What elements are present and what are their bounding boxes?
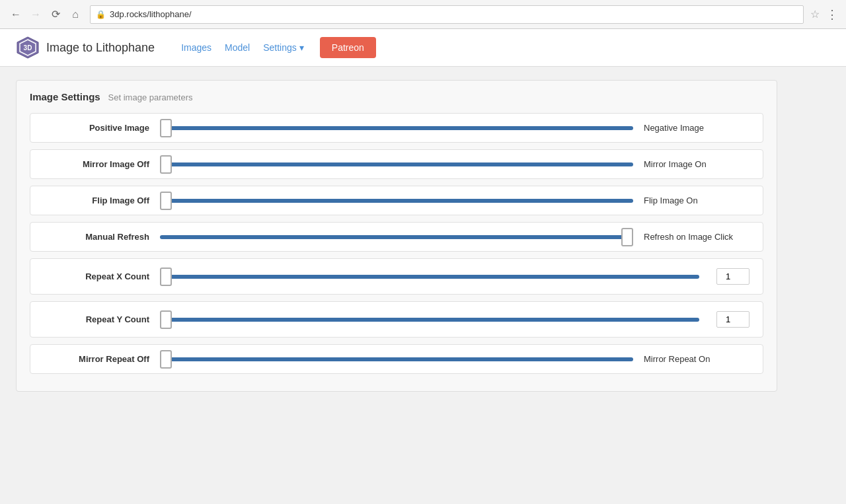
slider-label-left-mirror-repeat: Mirror Repeat Off <box>44 354 149 364</box>
address-bar[interactable]: 🔒 3dp.rocks/lithophane/ <box>90 5 804 24</box>
slider-row-repeat-x: Repeat X Count <box>30 258 763 295</box>
model-nav[interactable]: Model <box>225 42 250 53</box>
logo-area: 3D Image to Lithophane <box>16 36 155 59</box>
number-input-repeat-y[interactable] <box>716 311 750 328</box>
sliders-container: Positive ImageNegative ImageMirror Image… <box>30 113 763 374</box>
reload-button[interactable]: ⟳ <box>48 7 63 22</box>
logo-icon: 3D <box>16 36 40 59</box>
lock-icon: 🔒 <box>96 10 106 19</box>
slider-input-positive-negative[interactable] <box>160 126 633 130</box>
forward-button[interactable]: → <box>28 7 44 22</box>
slider-label-left-mirror-image: Mirror Image Off <box>44 159 149 169</box>
section-subtitle: Set image parameters <box>108 92 193 102</box>
slider-label-left-flip-image: Flip Image Off <box>44 196 149 205</box>
settings-dropdown-icon: ▾ <box>299 42 304 53</box>
number-input-repeat-x[interactable] <box>716 268 750 285</box>
slider-input-repeat-y[interactable] <box>160 318 699 322</box>
slider-row-positive-negative: Positive ImageNegative Image <box>30 113 763 143</box>
main-content: Image Settings Set image parameters Posi… <box>0 67 793 415</box>
browser-chrome: ← → ⟳ ⌂ 🔒 3dp.rocks/lithophane/ ☆ ⋮ <box>0 0 846 29</box>
section-header: Image Settings Set image parameters <box>30 91 763 102</box>
slider-label-right-flip-image: Flip Image On <box>644 196 750 205</box>
settings-label: Settings <box>263 42 297 53</box>
slider-label-right-mirror-image: Mirror Image On <box>644 159 750 169</box>
svg-text:3D: 3D <box>24 44 32 52</box>
slider-row-manual-refresh: Manual RefreshRefresh on Image Click <box>30 222 763 252</box>
section-title: Image Settings <box>30 91 100 102</box>
slider-input-mirror-repeat[interactable] <box>160 357 633 361</box>
slider-label-left-repeat-y: Repeat Y Count <box>44 314 149 324</box>
url-text: 3dp.rocks/lithophane/ <box>110 9 798 19</box>
slider-row-mirror-image: Mirror Image OffMirror Image On <box>30 149 763 179</box>
slider-label-left-positive-negative: Positive Image <box>44 123 149 133</box>
slider-row-repeat-y: Repeat Y Count <box>30 301 763 338</box>
slider-input-flip-image[interactable] <box>160 199 633 203</box>
bookmark-button[interactable]: ☆ <box>810 8 820 20</box>
image-settings-section: Image Settings Set image parameters Posi… <box>16 80 777 392</box>
settings-nav[interactable]: Settings ▾ <box>263 42 304 53</box>
slider-input-mirror-image[interactable] <box>160 162 633 166</box>
home-button[interactable]: ⌂ <box>67 7 83 22</box>
images-nav[interactable]: Images <box>181 42 212 53</box>
slider-row-mirror-repeat: Mirror Repeat OffMirror Repeat On <box>30 344 763 374</box>
slider-label-right-mirror-repeat: Mirror Repeat On <box>644 354 750 364</box>
patreon-button[interactable]: Patreon <box>320 37 376 58</box>
slider-input-repeat-x[interactable] <box>160 275 699 279</box>
app-header: 3D Image to Lithophane Images Model Sett… <box>0 29 846 67</box>
back-button[interactable]: ← <box>8 7 24 22</box>
slider-label-left-repeat-x: Repeat X Count <box>44 271 149 281</box>
menu-button[interactable]: ⋮ <box>826 7 838 22</box>
nav-buttons: ← → ⟳ ⌂ <box>8 7 83 22</box>
slider-label-left-manual-refresh: Manual Refresh <box>44 232 149 242</box>
slider-label-right-positive-negative: Negative Image <box>644 123 750 133</box>
slider-label-right-manual-refresh: Refresh on Image Click <box>644 232 750 242</box>
slider-row-flip-image: Flip Image OffFlip Image On <box>30 186 763 215</box>
logo-title: Image to Lithophane <box>46 41 155 55</box>
slider-input-manual-refresh[interactable] <box>160 235 633 239</box>
